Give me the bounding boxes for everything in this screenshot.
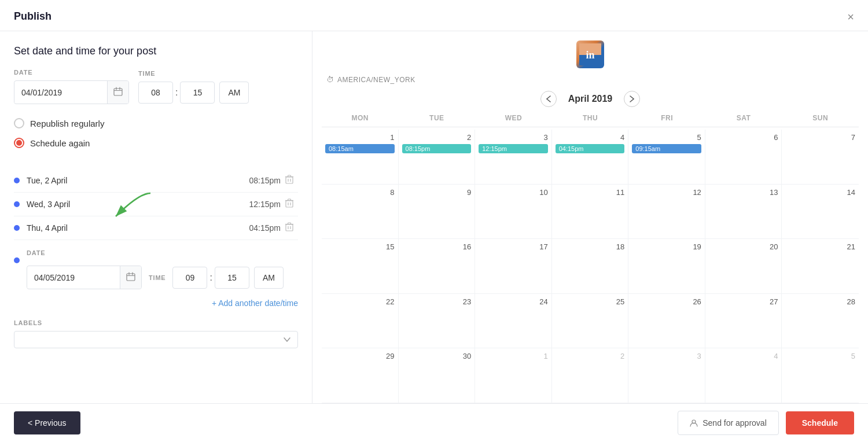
cal-cell-apr1[interactable]: 1 08:15am: [322, 130, 399, 184]
cal-date: 18: [556, 242, 625, 251]
cal-date: 22: [325, 297, 395, 306]
prev-month-button[interactable]: [540, 91, 557, 107]
schedule-again-radio[interactable]: [14, 138, 24, 148]
cal-cell-apr14[interactable]: 14: [782, 185, 859, 239]
timezone-text: AMERICA/NEW_YORK: [337, 76, 415, 84]
svg-text:in: in: [586, 49, 594, 61]
cal-event[interactable]: 08:15am: [325, 144, 395, 153]
new-hour-input[interactable]: [172, 267, 207, 289]
cal-cell-apr18[interactable]: 18: [552, 239, 629, 293]
cal-cell-apr4[interactable]: 4 04:15pm: [552, 130, 629, 184]
cal-day-sun: SUN: [782, 114, 859, 122]
new-date-section: DATE: [14, 249, 298, 289]
cal-cell-apr13[interactable]: 13: [705, 185, 782, 239]
chevron-left-icon: [546, 95, 551, 102]
cal-event[interactable]: 04:15pm: [556, 144, 625, 153]
schedule-again-option[interactable]: Schedule again: [14, 138, 298, 148]
delete-schedule-button-2[interactable]: [281, 198, 298, 210]
modal-header: Publish ×: [0, 0, 868, 31]
person-icon: [690, 419, 698, 427]
cal-cell-apr10[interactable]: 10: [475, 185, 552, 239]
schedule-button[interactable]: Schedule: [786, 411, 854, 434]
cal-cell-apr29[interactable]: 29: [322, 348, 399, 403]
cal-cell-apr12[interactable]: 12: [628, 185, 705, 239]
main-calendar-icon-button[interactable]: [107, 81, 128, 104]
main-date-input[interactable]: [14, 82, 107, 103]
calendar-icon: [126, 272, 135, 281]
cal-cell-may2[interactable]: 2: [552, 348, 629, 403]
cal-cell-may3[interactable]: 3: [628, 348, 705, 403]
cal-day-mon: MON: [322, 114, 399, 122]
new-minute-input[interactable]: [215, 267, 249, 289]
republish-radio[interactable]: [14, 118, 24, 128]
calendar-header-area: in ⏱ AMERICA/NEW_YORK April 2019: [312, 31, 868, 114]
cal-cell-apr28[interactable]: 28: [782, 294, 859, 348]
send-for-approval-button[interactable]: Send for approval: [678, 411, 779, 435]
cal-cell-apr24[interactable]: 24: [475, 294, 552, 348]
previous-button[interactable]: < Previous: [14, 411, 80, 434]
cal-event[interactable]: 08:15pm: [402, 144, 472, 153]
cal-cell-apr9[interactable]: 9: [399, 185, 476, 239]
close-button[interactable]: ×: [847, 11, 854, 23]
cal-cell-apr7[interactable]: 7: [782, 130, 859, 184]
cal-cell-apr26[interactable]: 26: [628, 294, 705, 348]
cal-cell-apr8[interactable]: 8: [322, 185, 399, 239]
cal-cell-apr16[interactable]: 16: [399, 239, 476, 293]
cal-date: 19: [632, 242, 701, 251]
cal-cell-apr21[interactable]: 21: [782, 239, 859, 293]
cal-date: 8: [325, 188, 395, 197]
schedule-time: 04:15pm: [223, 223, 281, 233]
republish-label: Republish regularly: [30, 119, 104, 128]
svg-rect-20: [127, 274, 135, 281]
delete-schedule-button-1[interactable]: [281, 175, 298, 186]
cal-cell-apr27[interactable]: 27: [705, 294, 782, 348]
cal-cell-apr5[interactable]: 5 09:15am: [628, 130, 705, 184]
approval-label: Send for approval: [703, 418, 767, 428]
main-time-inputs: : AM: [138, 82, 249, 104]
cal-cell-apr11[interactable]: 11: [552, 185, 629, 239]
next-month-button[interactable]: [624, 91, 640, 107]
cal-date: 30: [402, 352, 472, 360]
cal-date: 3: [479, 133, 548, 142]
main-minute-input[interactable]: [180, 82, 215, 104]
cal-cell-apr6[interactable]: 6: [705, 130, 782, 184]
cal-cell-apr2[interactable]: 2 08:15pm: [399, 130, 476, 184]
schedule-item: Wed, 3 April 12:15pm: [14, 193, 298, 216]
cal-cell-apr17[interactable]: 17: [475, 239, 552, 293]
delete-schedule-button-3[interactable]: [281, 222, 298, 234]
cal-cell-apr15[interactable]: 15: [322, 239, 399, 293]
svg-rect-15: [286, 224, 293, 231]
cal-cell-apr20[interactable]: 20: [705, 239, 782, 293]
new-dot: [14, 257, 20, 263]
calendar-week-4: 22 23 24 25 26 27 28: [322, 294, 859, 349]
cal-event[interactable]: 09:15am: [632, 144, 701, 153]
cal-cell-apr25[interactable]: 25: [552, 294, 629, 348]
timezone-row: ⏱ AMERICA/NEW_YORK: [326, 75, 854, 84]
cal-cell-may5[interactable]: 5: [782, 348, 859, 403]
cal-event[interactable]: 12:15pm: [479, 144, 548, 153]
cal-cell-apr19[interactable]: 19: [628, 239, 705, 293]
main-ampm-button[interactable]: AM: [219, 82, 249, 104]
cal-date: 12: [632, 188, 701, 197]
linkedin-logo: in: [579, 43, 601, 65]
cal-cell-apr22[interactable]: 22: [322, 294, 399, 348]
cal-cell-apr23[interactable]: 23: [399, 294, 476, 348]
month-nav: April 2019: [326, 91, 854, 107]
new-date-input[interactable]: [27, 267, 120, 288]
calendar-body: 1 08:15am 2 08:15pm 3 12:15pm 4: [322, 130, 859, 403]
svg-rect-5: [286, 177, 293, 183]
add-date-time-link[interactable]: + Add another date/time: [14, 299, 298, 308]
cal-cell-may4[interactable]: 4: [705, 348, 782, 403]
cal-cell-may1[interactable]: 1: [475, 348, 552, 403]
cal-cell-apr30[interactable]: 30: [399, 348, 476, 403]
svg-rect-9: [288, 175, 291, 177]
chevron-down-icon: [284, 337, 290, 342]
cal-cell-apr3[interactable]: 3 12:15pm: [475, 130, 552, 184]
new-calendar-icon-button[interactable]: [120, 266, 141, 289]
labels-dropdown[interactable]: [14, 331, 298, 348]
cal-date: 20: [709, 242, 778, 251]
calendar-week-3: 15 16 17 18 19 20 21: [322, 239, 859, 294]
republish-option[interactable]: Republish regularly: [14, 118, 298, 128]
new-ampm-button[interactable]: AM: [254, 267, 284, 289]
main-hour-input[interactable]: [138, 82, 173, 104]
